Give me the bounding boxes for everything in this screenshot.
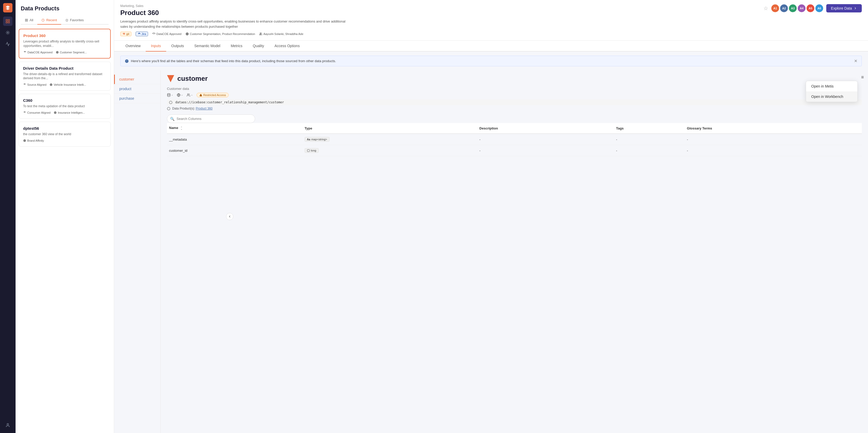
main-content: Here's where you'll find all the tables … [114, 52, 868, 433]
tab-access-options[interactable]: Access Options [269, 41, 305, 52]
tab-metrics[interactable]: Metrics [225, 41, 248, 52]
svg-rect-0 [6, 20, 7, 21]
inputs-sidebar-customer[interactable]: customer [114, 75, 160, 84]
product-card-desc: Leverages product affinity analysis to i… [23, 39, 106, 48]
sidebar-title: Data Products [21, 5, 108, 12]
product-card-title: Driver Details Data Product [23, 66, 106, 70]
cell-glossary-metadata: - [685, 134, 862, 145]
meta-badge-brand: Brand Affinity [23, 139, 44, 142]
table-header: Name Type Description [167, 123, 862, 134]
table-meta-row: - - - Restricted Access [167, 93, 862, 97]
nav-item-pulse[interactable] [3, 39, 12, 49]
info-banner-close[interactable]: ✕ [854, 59, 857, 63]
meta-badge-domain: Customer Segment... [56, 51, 87, 54]
table-subtitle: Customer data [167, 87, 862, 91]
avatar-3: A3 [789, 4, 797, 12]
main-tabs: Overview Inputs Outputs Semantic Model M… [114, 41, 868, 52]
cell-type-metadata: Aa map<string> [303, 134, 477, 145]
meta-badge-aligned: Source Aligned [23, 83, 46, 86]
search-icon: 🔍 [170, 117, 175, 121]
product-card-meta: Consumer Aligned Insurance Intelligen... [23, 111, 106, 114]
product-card-product360[interactable]: Product 360 Leverages product affinity a… [19, 29, 111, 59]
col-header-name: Name [167, 123, 303, 134]
inputs-sidebar-product[interactable]: product [114, 84, 160, 94]
meta-storage: - [167, 93, 173, 97]
table-row: customer_id long - - - [167, 145, 862, 156]
svg-marker-11 [66, 19, 68, 22]
owners-badge: Aayushi Solanki, Shraddha Ade [259, 32, 303, 35]
main-header: Marketing, Sales Product 360 ☆ A1 A2 A3 … [114, 0, 868, 41]
columns-table: Name Type Description [167, 123, 862, 156]
product-card-title: Product 360 [23, 33, 106, 38]
tab-semantic-model[interactable]: Semantic Model [189, 41, 225, 52]
svg-rect-9 [27, 21, 28, 22]
svg-point-21 [167, 94, 170, 95]
svg-point-26 [169, 101, 172, 104]
sort-icon-name[interactable] [180, 126, 183, 131]
left-nav [0, 0, 16, 433]
breadcrumb: Marketing, Sales [120, 4, 159, 8]
nav-item-hub[interactable] [3, 28, 12, 37]
svg-rect-1 [8, 20, 9, 21]
search-wrap: 🔍 [167, 114, 255, 123]
cell-type-customerid: long [303, 145, 477, 156]
datacoe-badge: DataCOE Approved [152, 32, 182, 36]
menu-open-workbench[interactable]: Open in Workbench [806, 92, 857, 102]
sidebar-list: Product 360 Leverages product affinity a… [16, 29, 114, 433]
favorite-button[interactable]: ☆ [764, 5, 768, 11]
jira-badge[interactable]: Jira [135, 32, 148, 36]
sidebar-tab-all[interactable]: All [21, 16, 37, 25]
menu-open-metis[interactable]: Open in Metis [806, 81, 857, 92]
svg-rect-25 [199, 95, 202, 96]
cell-name-metadata: __metadata [167, 134, 303, 145]
meta-badge-datacoe: DataCOE Approved [23, 51, 53, 54]
tab-inputs[interactable]: Inputs [146, 41, 166, 52]
info-banner: Here's where you'll find all the tables … [120, 56, 862, 66]
nav-item-grid[interactable] [3, 16, 12, 26]
svg-point-24 [187, 94, 189, 95]
sidebar-header: Data Products All Recent Favorites [16, 0, 114, 29]
meta-badge-insurance: Insurance Intelligen... [54, 111, 85, 114]
tab-overview[interactable]: Overview [120, 41, 146, 52]
tab-outputs[interactable]: Outputs [166, 41, 189, 52]
product-card-c360[interactable]: C360 To test the meta updation of the da… [19, 94, 111, 119]
inputs-sidebar-purchase[interactable]: purchase [114, 94, 160, 103]
inputs-sidebar: customer product purchase [114, 70, 161, 433]
tab-quality[interactable]: Quality [248, 41, 269, 52]
sidebar-tab-recent[interactable]: Recent [37, 16, 61, 25]
collapse-button[interactable] [226, 213, 233, 220]
avatar-group: A1 A2 A3 A4 A5 A6 [771, 4, 823, 12]
table-menu-button[interactable]: ≡ [861, 75, 864, 80]
inputs-layout: customer product purchase ≡ customer C [114, 70, 868, 433]
svg-point-4 [7, 32, 8, 33]
col-header-tags: Tags [614, 123, 685, 134]
search-columns-input[interactable] [167, 114, 255, 123]
sidebar-tab-favorites[interactable]: Favorites [61, 16, 88, 25]
data-products-row: Data Product(s): Product 360 [167, 107, 862, 110]
product-card-meta: Source Aligned Vehicle Insurance Intelli… [23, 83, 106, 86]
nav-item-user[interactable] [3, 421, 12, 430]
product-card-dptest56[interactable]: dptest56 the customer 360 view of the wo… [19, 122, 111, 146]
domain-badge: Customer Segmentation, Product Recommend… [186, 32, 255, 35]
explore-data-button[interactable]: Explore Data [826, 4, 862, 12]
table-row: __metadata Aa map<string> - - - [167, 134, 862, 145]
data-product-link[interactable]: Product 360 [196, 107, 213, 110]
cell-name-customerid: customer_id [167, 145, 303, 156]
product-card-meta: DataCOE Approved Customer Segment... [23, 51, 106, 54]
avatar-4: A4 [798, 4, 806, 12]
svg-rect-3 [8, 22, 9, 23]
cell-glossary-customerid: - [685, 145, 862, 156]
cell-tags-metadata: - [614, 134, 685, 145]
product-card-driver[interactable]: Driver Details Data Product The driver-d… [19, 62, 111, 91]
product-card-meta: Brand Affinity [23, 139, 106, 142]
avatar-5: A5 [807, 4, 814, 12]
meta-badge-consumer: Consumer Aligned [23, 111, 51, 114]
logo[interactable] [3, 3, 12, 12]
header-right: ☆ A1 A2 A3 A4 A5 A6 Explore Data [764, 4, 862, 12]
table-name: customer [177, 75, 208, 82]
col-header-type: Type [303, 123, 477, 134]
avatar-1: A1 [771, 4, 779, 12]
cell-desc-metadata: - [477, 134, 614, 145]
info-banner-text: Here's where you'll find all the tables … [125, 59, 336, 63]
git-badge[interactable]: git [120, 32, 131, 36]
